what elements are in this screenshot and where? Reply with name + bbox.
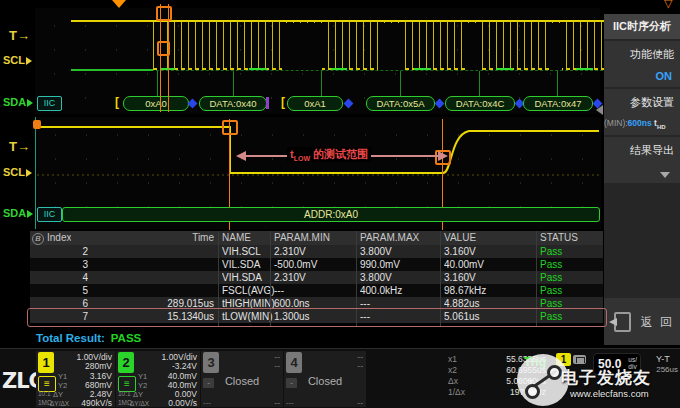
bus-idle-gap [282,23,322,71]
signal-arrow-icon [27,210,33,218]
table-cell-max: 400.0kHz [360,284,442,297]
table-cell-value: 3.160V [444,245,536,258]
decode-frame-data: DATA:0x4C [445,96,515,111]
sda-idle-trace [71,69,153,71]
cursor-handle[interactable] [157,41,170,56]
table-cell-min: 2.310V [274,271,358,284]
channel-4-status: Closed [284,375,366,387]
stop-tick-icon [266,97,269,109]
table-cell-min: --- [274,284,358,297]
back-icon [614,312,631,332]
start-bracket-icon: [ [281,95,285,109]
signal-arrow-icon [26,57,32,65]
decode-frame-data: DATA:0x40 [199,96,267,111]
param-value-row: (MIN):600ns tHD [604,118,680,130]
table-cell-max: 3.800V [360,245,442,258]
bus-idle-gap [467,23,482,71]
decode-frame-addr: 0xA0 [123,96,189,111]
channel-2-badge: 2 [118,352,134,373]
table-header: BIndex Time NAME PARAM.MIN PARAM.MAX VAL… [30,231,603,245]
table-cell-status: Pass [540,271,600,284]
decode-frame-data: DATA:0x47 [523,96,593,111]
oscilloscope-screen: T→ SCL SDA IIC [ 0xA0 DATA:0x40 [ 0xA1 D… [0,0,680,408]
sidebar-title: IIC时序分析 [604,14,680,39]
trigger-position-icon[interactable] [112,0,126,8]
back-button[interactable]: 返 回 [604,298,680,345]
signal-arrow-icon [27,99,33,107]
export-results-button[interactable]: 结果导出 [604,137,680,183]
table-cell-index: 5 [30,284,88,297]
chevron-down-icon [660,172,670,178]
table-row[interactable]: 3VIL.SDA-500.0mV990.0mV40.00mVPass [30,258,603,271]
right-arrow-icon: → [17,28,30,43]
trigger-level-label: T→ [9,28,30,43]
table-cell-value: 40.00mV [444,258,536,271]
bus-idle-gap [549,23,562,71]
watermark-title: 电子发烧友 [561,366,651,389]
decode-frame-addr: 0xA1 [287,96,343,111]
table-cell-max: 3.800V [360,271,442,284]
table-cell-status: Pass [540,245,600,258]
sda-channel-label: SDA [3,207,33,219]
iic-protocol-badge: IIC [37,207,62,222]
table-row[interactable]: 5FSCL(AVG)---400.0kHz98.67kHzPass [30,284,603,297]
sda-high-bit [249,68,267,70]
scl-channel-label: SCL [3,54,32,66]
channel-3-status: Closed [201,375,283,387]
results-table: BIndex Time NAME PARAM.MIN PARAM.MAX VAL… [30,231,603,327]
sda-high-bit [576,68,593,70]
decode-frame-addr-zoom: ADDR:0xA0 [62,207,600,222]
channel-3-badge: 3 [203,352,219,373]
iic-protocol-badge: IIC [37,96,62,111]
table-cell-value: 3.160V [444,271,536,284]
cursor-handle[interactable] [222,120,238,135]
channel-4-badge: 4 [286,352,302,373]
sda-high-bit [496,68,513,70]
scl-channel-label: SCL [3,166,32,178]
table-cell-index: 2 [30,245,88,258]
decode-frame-data: DATA:0x5A [366,96,435,111]
signal-arrow-icon [26,169,32,177]
channel-1-block[interactable]: 1 ≡ 1.00V/div 280mV Y13.16V Y2680mV 10:1… [36,351,115,407]
table-row[interactable]: 4VIH.SDA2.310V3.800V3.160VPass [30,271,603,284]
table-cell-index: 4 [30,271,88,284]
param-settings-button[interactable]: 参数设置 (MIN):600ns tHD [604,89,680,135]
table-cell-value: 98.67kHz [444,284,536,297]
sda-high-bit [414,68,431,70]
channel-2-block[interactable]: 2 ≡ 1.00V/div -3.24V Y140.0mV Y240.0mV 1… [116,351,200,407]
start-bracket-icon: [ [115,95,119,109]
sda-channel-label: SDA [3,96,33,108]
channel-4-block[interactable]: 4 - -- -- Closed --- -- [284,351,366,407]
chevron-left-icon [596,105,603,115]
table-row[interactable]: 2VIH.SCL2.310V3.800V3.160VPass [30,245,603,258]
arrow-head-right-icon [438,151,448,161]
trigger-level-icon[interactable]: ▽ [664,0,672,10]
trigger-level-label: T→ [9,139,30,154]
bus-icon: B [32,233,44,245]
enable-button[interactable]: 功能使能 ON [604,41,680,87]
table-cell-status: Pass [540,258,600,271]
trace-start-marker [33,120,41,129]
channel-3-block[interactable]: 3 - -- -- Closed --- -- [201,351,283,407]
right-arrow-icon: → [17,139,30,154]
sidebar-menu: IIC时序分析 功能使能 ON 参数设置 (MIN):600ns tHD 结果导… [604,14,680,345]
bus-idle-gap [378,23,402,71]
sda-baseline [71,70,633,71]
tlow-range-label: tLOW 的测试范围 [287,147,371,162]
arrow-head-left-icon [236,151,246,161]
display-mode: Y-T [656,354,670,364]
table-cell-max: 990.0mV [360,258,442,271]
selected-row-highlight [27,308,607,327]
total-result: Total Result:PASS [36,332,141,344]
table-cell-status: Pass [540,284,600,297]
trigger-edge-icon [573,355,586,364]
table-cell-min: -500.0mV [274,258,358,271]
watermark-url: www.elecfans.com [570,388,649,399]
table-cell-min: 2.310V [274,245,358,258]
sda-high-bit [331,68,347,70]
channel-1-badge: 1 [38,352,54,373]
enable-value: ON [656,70,673,82]
cursor-handle[interactable] [156,6,172,21]
table-cell-index: 3 [30,258,88,271]
